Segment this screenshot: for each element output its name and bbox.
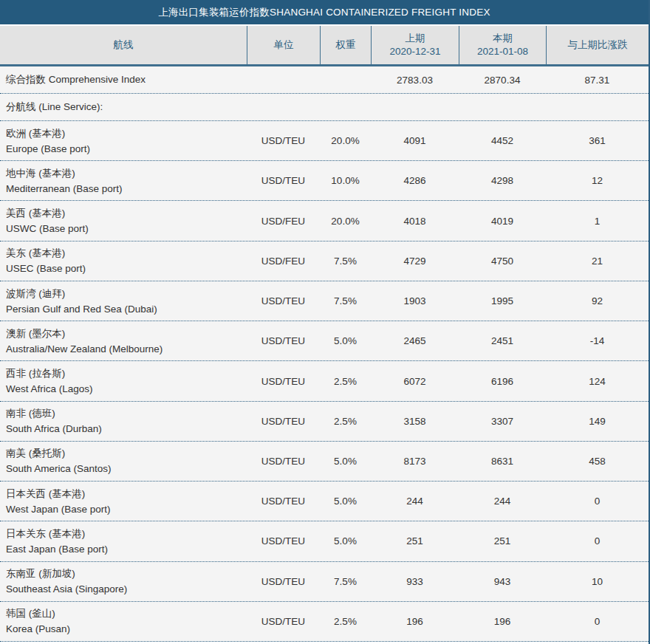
route-cell: 地中海 (基本港) Mediterranean (Base port) — [0, 161, 247, 200]
current-value-cell: 3307 — [459, 402, 546, 441]
weight-cell: 7.5% — [320, 281, 371, 321]
weight-cell: 2.5% — [320, 602, 371, 641]
table-row: 美东 (基本港) USEC (Base port) USD/FEU 7.5% 4… — [0, 242, 649, 281]
column-header-label: 单位 — [274, 38, 294, 52]
unit-cell: USD/TEU — [247, 521, 320, 561]
route-name-en: South Africa (Durban) — [6, 421, 102, 436]
section-label: 分航线 (Line Service): — [0, 94, 247, 120]
column-header-previous-period: 上期 2020-12-31 — [371, 26, 459, 64]
column-header-label: 权重 — [336, 38, 356, 52]
route-name-cn: 美西 (基本港) — [6, 205, 89, 221]
current-value-cell: 6196 — [459, 361, 546, 400]
current-value-cell: 251 — [459, 521, 546, 561]
current-value-cell: 4298 — [459, 161, 546, 200]
previous-value-cell: 1903 — [371, 281, 459, 321]
route-cell: 澳新 (墨尔本) Australia/New Zealand (Melbourn… — [0, 321, 247, 360]
report-title: 上海出口集装箱运价指数SHANGHAI CONTAINERIZED FREIGH… — [158, 6, 490, 19]
route-name-cn: 波斯湾 (迪拜) — [6, 286, 157, 301]
column-header-current-period: 本期 2021-01-08 — [459, 26, 546, 64]
unit-cell: USD/FEU — [247, 201, 320, 240]
change-value-cell: 0 — [546, 482, 649, 521]
weight-cell: 2.5% — [320, 402, 371, 441]
column-header-weight: 权重 — [320, 26, 371, 64]
change-value-cell: 10 — [546, 562, 649, 601]
table-row: 美西 (基本港) USWC (Base port) USD/FEU 20.0% … — [0, 201, 649, 241]
previous-value-cell: 6072 — [371, 361, 459, 400]
previous-value-cell: 4018 — [371, 201, 459, 240]
table-row: 地中海 (基本港) Mediterranean (Base port) USD/… — [0, 161, 649, 201]
route-name-cn: 西非 (拉各斯) — [6, 366, 93, 381]
route-cell: 欧洲 (基本港) Europe (Base port) — [0, 121, 247, 160]
column-header-change: 与上期比涨跌 — [546, 26, 649, 64]
line-service-section-row: 分航线 (Line Service): — [0, 94, 649, 121]
unit-cell: USD/TEU — [247, 402, 320, 441]
change-value-cell: 124 — [546, 361, 649, 400]
column-header-label: 航线 — [114, 38, 134, 52]
route-name-en: South America (Santos) — [6, 461, 112, 476]
table-row: 日本关西 (基本港) West Japan (Base port) USD/TE… — [0, 482, 649, 521]
route-name-en: Persian Gulf and Red Sea (Dubai) — [6, 301, 157, 317]
current-value-cell: 244 — [459, 482, 546, 521]
route-name-en: Korea (Pusan) — [6, 621, 70, 637]
previous-value-cell: 2783.03 — [371, 66, 459, 93]
route-name-en: USEC (Base port) — [6, 261, 86, 276]
route-cell: 南美 (桑托斯) South America (Santos) — [0, 442, 247, 481]
previous-value-cell: 244 — [371, 482, 459, 521]
unit-cell: USD/TEU — [247, 281, 320, 321]
unit-cell: USD/TEU — [247, 161, 320, 200]
unit-cell: USD/TEU — [247, 321, 320, 360]
previous-value-cell: 4729 — [371, 242, 459, 281]
column-header-route: 航线 — [0, 26, 247, 64]
unit-cell: USD/TEU — [247, 361, 320, 400]
table-row: 日本关东 (基本港) East Japan (Base port) USD/TE… — [0, 521, 649, 561]
route-cell: 日本关东 (基本港) East Japan (Base port) — [0, 521, 247, 561]
route-name-en: Mediterranean (Base port) — [6, 181, 123, 196]
route-name-cn: 美东 (基本港) — [6, 245, 86, 261]
route-cell: 美东 (基本港) USEC (Base port) — [0, 242, 247, 281]
current-value-cell: 1995 — [459, 281, 546, 321]
previous-value-cell: 4091 — [371, 121, 459, 160]
route-name-cn: 地中海 (基本港) — [6, 165, 123, 181]
previous-value-cell: 2465 — [371, 321, 459, 360]
previous-value-cell: 8173 — [371, 442, 459, 481]
current-value-cell: 4019 — [459, 201, 546, 240]
route-name-cn: 欧洲 (基本港) — [6, 126, 90, 141]
table-row: 韩国 (釜山) Korea (Pusan) USD/TEU 2.5% 196 1… — [0, 602, 649, 642]
current-value-cell: 196 — [459, 602, 546, 641]
report-title-bar: 上海出口集装箱运价指数SHANGHAI CONTAINERIZED FREIGH… — [0, 0, 649, 24]
unit-cell — [247, 66, 320, 93]
unit-cell: USD/TEU — [247, 602, 320, 641]
column-header-label: 与上期比涨跌 — [568, 38, 628, 52]
weight-cell: 20.0% — [320, 121, 371, 160]
route-name-en: West Africa (Lagos) — [6, 381, 93, 397]
route-name-en: West Japan (Base port) — [6, 501, 111, 517]
weight-cell: 5.0% — [320, 521, 371, 561]
change-value-cell: 0 — [546, 521, 649, 561]
weight-cell: 20.0% — [320, 201, 371, 240]
weight-cell: 5.0% — [320, 321, 371, 360]
route-name-cn: 日本关西 (基本港) — [6, 486, 111, 501]
column-header-label: 本期 — [493, 32, 513, 45]
route-name-cn: 东南亚 (新加坡) — [6, 566, 127, 581]
weight-cell: 2.5% — [320, 361, 371, 400]
previous-value-cell: 4286 — [371, 161, 459, 200]
previous-value-cell: 196 — [371, 602, 459, 641]
table-body: 综合指数 Comprehensive Index 2783.03 2870.34… — [0, 66, 649, 642]
route-name-cn: 南非 (德班) — [6, 405, 102, 421]
table-row: 欧洲 (基本港) Europe (Base port) USD/TEU 20.0… — [0, 121, 649, 161]
column-header-date: 2020-12-31 — [389, 45, 440, 58]
column-header-date: 2021-01-08 — [477, 45, 528, 58]
unit-cell: USD/TEU — [247, 482, 320, 521]
column-header-unit: 单位 — [247, 26, 320, 64]
unit-cell: USD/TEU — [247, 562, 320, 601]
route-cell: 波斯湾 (迪拜) Persian Gulf and Red Sea (Dubai… — [0, 281, 247, 321]
change-value-cell: 21 — [546, 242, 649, 281]
scfi-report-table: 上海出口集装箱运价指数SHANGHAI CONTAINERIZED FREIGH… — [0, 0, 650, 644]
unit-cell: USD/TEU — [247, 442, 320, 481]
table-row: 南美 (桑托斯) South America (Santos) USD/TEU … — [0, 442, 649, 482]
change-value-cell: 92 — [546, 281, 649, 321]
table-row: 澳新 (墨尔本) Australia/New Zealand (Melbourn… — [0, 321, 649, 361]
route-cell: 韩国 (釜山) Korea (Pusan) — [0, 602, 247, 641]
route-cell: 综合指数 Comprehensive Index — [0, 66, 247, 93]
change-value-cell: 1 — [546, 201, 649, 240]
